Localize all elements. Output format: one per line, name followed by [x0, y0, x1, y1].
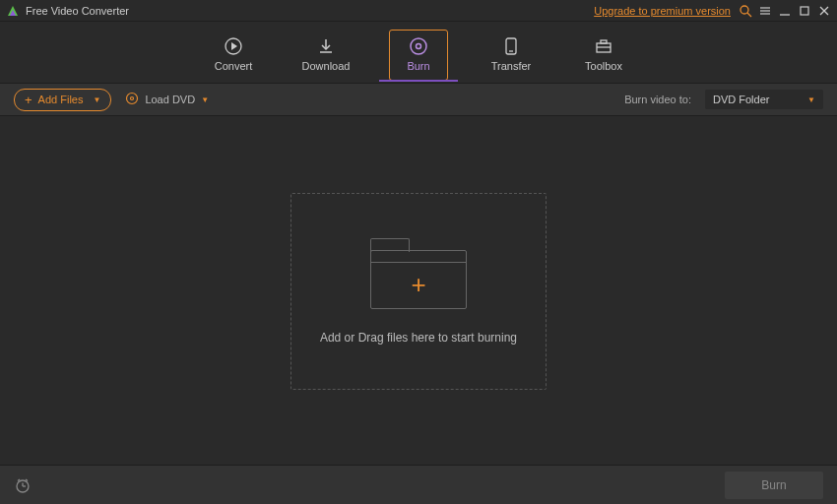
svg-marker-12 — [231, 42, 237, 50]
minimize-icon[interactable] — [778, 4, 792, 18]
dropzone-text: Add or Drag files here to start burning — [320, 331, 517, 345]
add-files-button[interactable]: + Add Files ▼ — [14, 89, 111, 111]
upgrade-link[interactable]: Upgrade to premium version — [594, 5, 731, 17]
burn-icon — [409, 36, 428, 56]
plus-icon: + — [25, 94, 32, 106]
chevron-down-icon: ▼ — [807, 95, 815, 104]
titlebar: Free Video Converter Upgrade to premium … — [0, 0, 837, 22]
tab-download[interactable]: Download — [296, 30, 355, 81]
tab-burn[interactable]: Burn — [389, 30, 448, 81]
tab-label: Burn — [407, 60, 429, 72]
toolbar: + Add Files ▼ Load DVD ▼ Burn video to: … — [0, 83, 837, 116]
tab-label: Convert — [215, 60, 253, 72]
active-tab-underline — [379, 80, 458, 82]
add-files-label: Add Files — [38, 94, 84, 105]
app-logo-icon — [6, 4, 20, 18]
burn-to-label: Burn video to: — [624, 94, 691, 105]
schedule-icon[interactable] — [14, 476, 32, 494]
disc-icon — [125, 92, 139, 107]
svg-point-23 — [131, 97, 134, 100]
svg-line-3 — [747, 13, 751, 17]
tab-toolbox[interactable]: Toolbox — [574, 30, 633, 81]
burn-button-label: Burn — [761, 478, 786, 492]
download-icon — [316, 36, 336, 56]
folder-icon: + — [370, 238, 467, 309]
app-title: Free Video Converter — [26, 5, 129, 17]
svg-point-16 — [417, 44, 421, 49]
tab-transfer[interactable]: Transfer — [482, 30, 541, 81]
close-icon[interactable] — [817, 4, 831, 18]
svg-rect-8 — [801, 7, 808, 15]
tab-convert[interactable]: Convert — [204, 30, 263, 81]
chevron-down-icon: ▼ — [93, 95, 100, 104]
maximize-icon[interactable] — [798, 4, 811, 18]
burn-button[interactable]: Burn — [725, 472, 823, 499]
chevron-down-icon: ▼ — [201, 95, 209, 104]
burn-to-select[interactable]: DVD Folder ▼ — [705, 90, 823, 109]
tab-label: Toolbox — [585, 60, 622, 72]
tab-label: Download — [302, 60, 351, 72]
search-icon[interactable] — [739, 4, 752, 18]
dropzone[interactable]: + Add or Drag files here to start burnin… — [290, 193, 547, 390]
transfer-icon — [501, 36, 521, 56]
svg-rect-20 — [601, 40, 607, 43]
svg-point-22 — [127, 94, 138, 104]
burn-to-value: DVD Folder — [713, 94, 769, 105]
convert-icon — [224, 36, 243, 56]
svg-point-15 — [411, 38, 426, 54]
load-dvd-label: Load DVD — [145, 94, 195, 105]
plus-icon: + — [370, 270, 467, 300]
workspace: + Add or Drag files here to start burnin… — [0, 116, 837, 467]
footer: Burn — [0, 465, 837, 504]
toolbox-icon — [594, 36, 613, 56]
menu-icon[interactable] — [758, 4, 772, 18]
main-tabs: Convert Download Burn Transfer Toolbox — [0, 22, 837, 81]
svg-point-2 — [740, 6, 748, 14]
load-dvd-button[interactable]: Load DVD ▼ — [125, 92, 209, 107]
tab-label: Transfer — [491, 60, 532, 72]
